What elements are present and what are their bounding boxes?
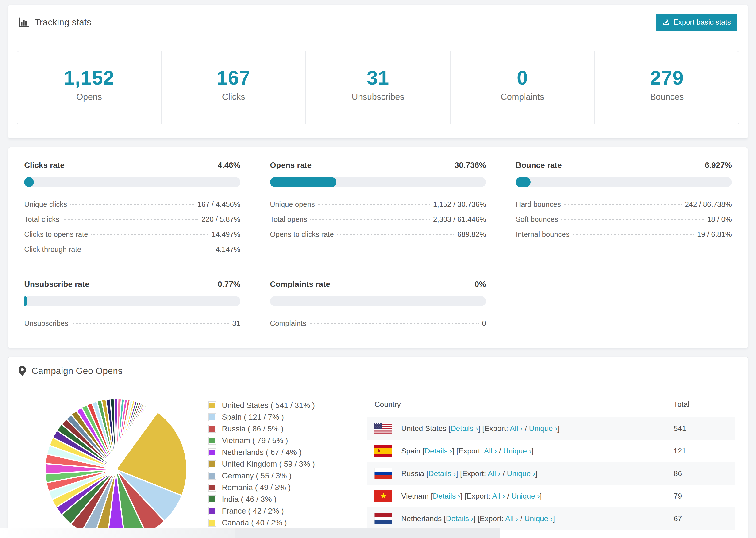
separator: / [501, 469, 507, 478]
rates-grid: Clicks rate4.46%Unique clicks167 / 4.456… [16, 161, 740, 331]
legend-item-vietnam: Vietnam ( 79 / 5% ) [209, 436, 359, 445]
rate-card-clicks-rate: Clicks rate4.46%Unique clicks167 / 4.456… [24, 161, 241, 257]
geo-header: Campaign Geo Opens [8, 357, 748, 385]
rate-title-row: Unsubscribe rate0.77% [24, 280, 241, 289]
bracket: [ [420, 447, 425, 455]
table-row-netherlands: Netherlands [Details ›] [Export: All › /… [367, 507, 735, 530]
rate-card-bounce-rate: Bounce rate6.927%Hard bounces242 / 86.73… [515, 161, 732, 257]
column-country: Country [374, 400, 674, 409]
separator: / [531, 537, 537, 538]
dotted-leader [573, 235, 694, 235]
legend-item-india: India ( 46 / 3% ) [209, 495, 359, 504]
background-band [235, 528, 500, 538]
flag-nl-icon [374, 512, 392, 524]
separator: / [505, 492, 512, 500]
geo-pie-chart [41, 394, 191, 538]
legend-item-france: France ( 42 / 2% ) [209, 507, 359, 515]
export-all-link[interactable]: All › [518, 537, 531, 538]
rate-detail-value: 242 / 86.738% [685, 200, 732, 209]
separator: / [497, 447, 503, 455]
rate-detail-rows: Hard bounces242 / 86.738%Soft bounces18 … [515, 197, 732, 242]
rate-value: 0.77% [218, 280, 240, 289]
rate-card-complaints-rate: Complaints rate0%Complaints0 [270, 280, 486, 331]
export-all-link[interactable]: All › [484, 447, 497, 455]
country-total: 541 [674, 424, 728, 433]
tracking-stats-card: Tracking stats Export basic stats 1,152O… [8, 5, 748, 139]
rate-title-row: Opens rate30.736% [270, 161, 486, 170]
bracket: [ [429, 492, 433, 500]
export-prefix: ] [Export: [478, 424, 510, 433]
rate-detail-row: Unsubscribes31 [24, 316, 241, 331]
country-cell: Netherlands [Details ›] [Export: All › /… [401, 514, 674, 523]
bracket: ] [566, 537, 568, 538]
legend-swatch [209, 425, 216, 432]
rate-detail-value: 14.497% [212, 230, 240, 239]
legend-item-romania: Romania ( 49 / 3% ) [209, 483, 359, 492]
rate-detail-row: Hard bounces242 / 86.738% [515, 197, 732, 212]
legend-label: Germany ( 55 / 3% ) [222, 471, 292, 480]
rate-progress-bar [270, 296, 486, 306]
country-name: Russia [401, 469, 424, 478]
rate-detail-row: Total opens2,303 / 61.446% [270, 212, 486, 227]
stat-label: Unsubscribes [306, 92, 450, 102]
rate-detail-value: 167 / 4.456% [197, 200, 241, 209]
rate-detail-rows: Unsubscribes31 [24, 316, 241, 331]
rate-detail-label: Unique opens [270, 200, 315, 209]
dotted-leader [71, 204, 194, 205]
export-all-link[interactable]: All › [492, 492, 505, 500]
export-unique-link[interactable]: Unique › [524, 514, 553, 523]
rate-detail-rows: Unique clicks167 / 4.456%Total clicks220… [24, 197, 241, 257]
export-all-link[interactable]: All › [505, 514, 518, 523]
background-gradient [0, 528, 235, 538]
export-label: Export basic stats [674, 18, 731, 27]
dotted-leader [337, 235, 454, 235]
export-unique-link[interactable]: Unique › [503, 447, 531, 455]
table-row-united-states: United States [Details ›] [Export: All ›… [367, 417, 735, 440]
legend-swatch [209, 484, 216, 491]
dotted-leader [63, 219, 198, 220]
dotted-leader [564, 204, 681, 205]
bracket: [ [424, 469, 428, 478]
details-link[interactable]: Details › [425, 447, 452, 455]
rate-title: Complaints rate [270, 280, 330, 289]
export-unique-link[interactable]: Unique › [537, 537, 566, 538]
stat-value: 167 [162, 67, 305, 89]
export-unique-link[interactable]: Unique › [512, 492, 540, 500]
export-all-link[interactable]: All › [510, 424, 523, 433]
dotted-leader [318, 204, 430, 205]
export-unique-link[interactable]: Unique › [529, 424, 557, 433]
rate-detail-row: Opens to clicks rate689.82% [270, 227, 486, 242]
legend-item-spain: Spain ( 121 / 7% ) [209, 413, 359, 422]
rate-value: 0% [474, 280, 486, 289]
rate-detail-row: Soft bounces18 / 0% [515, 212, 732, 227]
rate-detail-label: Unique clicks [24, 200, 67, 209]
dotted-leader [72, 323, 229, 324]
stat-label: Bounces [595, 92, 739, 102]
export-unique-link[interactable]: Unique › [507, 469, 535, 478]
country-total: 86 [674, 469, 728, 478]
legend-item-united-states: United States ( 541 / 31% ) [209, 401, 359, 410]
dotted-leader [91, 235, 208, 235]
stat-label: Complaints [451, 92, 594, 102]
rates-card: Clicks rate4.46%Unique clicks167 / 4.456… [8, 147, 748, 348]
details-link[interactable]: Details › [428, 469, 456, 478]
rate-value: 4.46% [218, 161, 240, 170]
export-all-link[interactable]: All › [488, 469, 501, 478]
flag-ru-icon [374, 467, 392, 479]
legend-swatch [209, 437, 216, 444]
export-basic-stats-button[interactable]: Export basic stats [656, 14, 737, 31]
geo-title: Campaign Geo Opens [32, 366, 123, 376]
flag-us-icon [374, 422, 392, 434]
details-link[interactable]: Details › [433, 492, 460, 500]
geo-legend: United States ( 541 / 31% )Spain ( 121 /… [209, 401, 359, 538]
stat-bounces: 279Bounces [594, 51, 739, 124]
country-cell: Spain [Details ›] [Export: All › / Uniqu… [401, 447, 674, 456]
details-link[interactable]: Details › [446, 514, 473, 523]
rate-card-opens-rate: Opens rate30.736%Unique opens1,152 / 30.… [270, 161, 486, 257]
country-name: Vietnam [401, 492, 429, 500]
geo-table-rows: United States [Details ›] [Export: All ›… [367, 417, 735, 538]
map-pin-icon [19, 366, 26, 376]
rate-title: Unsubscribe rate [24, 280, 89, 289]
legend-swatch [209, 413, 216, 421]
details-link[interactable]: Details › [451, 424, 478, 433]
